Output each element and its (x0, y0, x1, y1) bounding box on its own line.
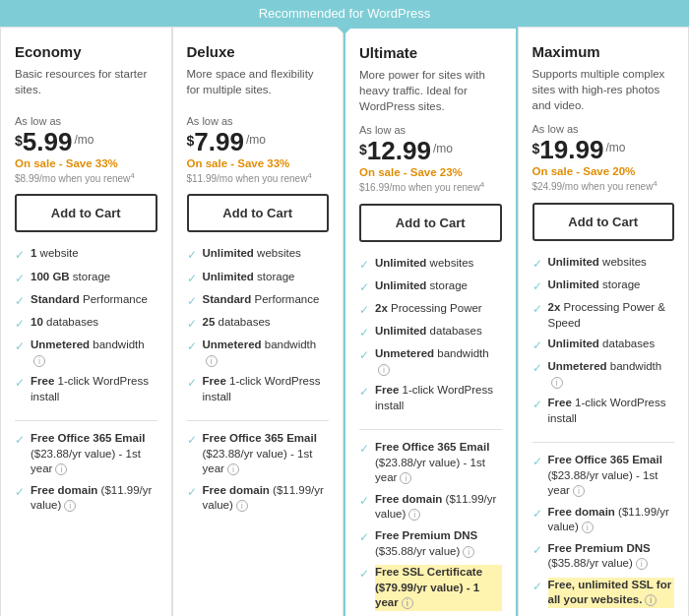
extras-list-maximum: ✓ Free Office 365 Email ($23.88/yr value… (532, 453, 675, 614)
info-icon[interactable]: i (378, 364, 390, 376)
feature-text-economy-5: Free 1-click WordPress install (31, 374, 157, 404)
info-icon[interactable]: i (206, 355, 218, 367)
extra-item-deluxe-1: ✓ Free domain ($11.99/yr value)i (187, 483, 330, 514)
price-row-deluxe: $ 7.99 /mo (187, 129, 330, 154)
info-icon[interactable]: i (402, 597, 413, 609)
info-icon[interactable]: i (645, 594, 657, 606)
check-icon: ✓ (187, 271, 197, 286)
feature-text-deluxe-2: Standard Performance (203, 292, 320, 308)
feature-item-maximum-2: ✓ 2x Processing Power & Speed (532, 300, 675, 331)
extra-text-economy-1: Free domain ($11.99/yr value)i (31, 483, 157, 514)
extra-item-maximum-2: ✓ Free Premium DNS ($35.88/yr value)i (532, 541, 675, 572)
extra-item-ultimate-2: ✓ Free Premium DNS ($35.88/yr value)i (359, 528, 502, 559)
info-icon[interactable]: i (551, 377, 563, 389)
price-mo-ultimate: /mo (433, 142, 453, 155)
sale-text-deluxe: On sale - Save 33% (187, 157, 330, 169)
check-icon: ✓ (359, 257, 369, 273)
check-icon: ✓ (15, 293, 25, 309)
check-icon: ✓ (187, 316, 197, 332)
add-to-cart-button-economy[interactable]: Add to Cart (15, 194, 157, 232)
feature-text-maximum-4: Unmetered bandwidthi (548, 359, 675, 390)
features-list-economy: ✓ 1 website ✓ 100 GB storage ✓ Standard (15, 246, 157, 410)
price-dollar-deluxe: $ (187, 133, 195, 149)
renew-text-maximum: $24.99/mo when you renew4 (532, 179, 675, 192)
features-list-maximum: ✓ Unlimited websites ✓ Unlimited storage… (532, 255, 675, 433)
check-icon: ✓ (532, 278, 542, 294)
price-dollar-economy: $ (15, 133, 23, 149)
check-icon: ✓ (359, 529, 369, 545)
info-icon[interactable]: i (582, 522, 594, 533)
plan-name-maximum: Maximum (532, 43, 675, 60)
price-label-maximum: As low as (532, 123, 675, 135)
extra-text-maximum-3: Free, unlimited SSL for all your website… (548, 578, 675, 608)
check-icon: ✓ (359, 566, 369, 582)
check-icon: ✓ (15, 375, 25, 391)
feature-item-maximum-0: ✓ Unlimited websites (532, 255, 675, 272)
info-icon[interactable]: i (33, 355, 45, 367)
plan-desc-maximum: Supports multiple complex sites with hig… (532, 66, 675, 113)
info-icon[interactable]: i (227, 463, 239, 475)
feature-item-maximum-4: ✓ Unmetered bandwidthi (532, 359, 675, 390)
feature-item-economy-3: ✓ 10 databases (15, 315, 157, 332)
feature-text-maximum-1: Unlimited storage (548, 277, 641, 293)
add-to-cart-button-maximum[interactable]: Add to Cart (532, 203, 675, 241)
renew-text-ultimate: $16.99/mo when you renew4 (359, 180, 502, 193)
extra-item-deluxe-0: ✓ Free Office 365 Email ($23.88/yr value… (187, 431, 330, 477)
check-icon: ✓ (359, 347, 369, 363)
extra-text-economy-0: Free Office 365 Email ($23.88/yr value) … (31, 431, 157, 477)
feature-item-economy-1: ✓ 100 GB storage (15, 270, 157, 286)
info-icon[interactable]: i (64, 500, 76, 512)
check-icon: ✓ (532, 506, 542, 522)
add-to-cart-button-ultimate[interactable]: Add to Cart (359, 204, 502, 242)
feature-text-deluxe-3: 25 databases (203, 315, 271, 331)
divider-economy (15, 420, 157, 421)
renew-text-deluxe: $11.99/mo when you renew4 (187, 171, 330, 184)
check-icon: ✓ (187, 247, 197, 263)
info-icon[interactable]: i (636, 558, 648, 570)
check-icon: ✓ (15, 339, 25, 354)
price-amount-ultimate: 12.99 (367, 138, 431, 163)
plan-name-deluxe: Deluxe (187, 43, 330, 60)
info-icon[interactable]: i (463, 546, 474, 558)
feature-item-economy-5: ✓ Free 1-click WordPress install (15, 374, 157, 404)
feature-text-deluxe-0: Unlimited websites (203, 246, 301, 262)
extra-text-maximum-0: Free Office 365 Email ($23.88/yr value) … (548, 453, 675, 499)
price-row-ultimate: $ 12.99 /mo (359, 138, 502, 163)
info-icon[interactable]: i (400, 472, 411, 484)
info-icon[interactable]: i (573, 485, 585, 497)
feature-item-deluxe-0: ✓ Unlimited websites (187, 246, 330, 263)
feature-text-ultimate-3: Unlimited databases (375, 324, 482, 339)
extra-text-ultimate-0: Free Office 365 Email ($23.88/yr value) … (375, 440, 502, 486)
add-to-cart-button-deluxe[interactable]: Add to Cart (187, 194, 330, 232)
price-amount-deluxe: 7.99 (194, 129, 244, 154)
price-dollar-maximum: $ (532, 141, 540, 156)
check-icon: ✓ (15, 247, 25, 263)
info-icon[interactable]: i (55, 463, 67, 475)
feature-item-economy-0: ✓ 1 website (15, 246, 157, 263)
recommended-banner: Recommended for WordPress (0, 0, 689, 27)
feature-text-economy-4: Unmetered bandwidthi (31, 338, 157, 368)
sale-text-ultimate: On sale - Save 23% (359, 166, 502, 178)
feature-item-ultimate-0: ✓ Unlimited websites (359, 256, 502, 273)
info-icon[interactable]: i (408, 509, 420, 521)
price-amount-maximum: 19.99 (539, 137, 603, 162)
extra-text-ultimate-3: Free SSL Certificate ($79.99/yr value) -… (375, 565, 502, 611)
check-icon: ✓ (359, 325, 369, 340)
feature-text-ultimate-0: Unlimited websites (375, 256, 473, 272)
extra-text-ultimate-2: Free Premium DNS ($35.88/yr value)i (375, 528, 502, 559)
check-icon: ✓ (187, 293, 197, 309)
banner-text: Recommended for WordPress (259, 6, 431, 21)
plan-name-ultimate: Ultimate (359, 44, 502, 61)
info-icon[interactable]: i (236, 500, 248, 512)
extra-item-economy-1: ✓ Free domain ($11.99/yr value)i (15, 483, 157, 514)
feature-item-maximum-3: ✓ Unlimited databases (532, 337, 675, 353)
check-icon: ✓ (532, 397, 542, 412)
feature-item-maximum-1: ✓ Unlimited storage (532, 277, 675, 294)
feature-text-economy-0: 1 website (31, 246, 79, 262)
divider-maximum (532, 442, 675, 443)
feature-text-ultimate-4: Unmetered bandwidthi (375, 346, 502, 377)
feature-text-ultimate-2: 2x Processing Power (375, 301, 482, 317)
feature-text-deluxe-4: Unmetered bandwidthi (203, 338, 330, 368)
extras-list-deluxe: ✓ Free Office 365 Email ($23.88/yr value… (187, 431, 330, 520)
feature-item-ultimate-3: ✓ Unlimited databases (359, 324, 502, 340)
